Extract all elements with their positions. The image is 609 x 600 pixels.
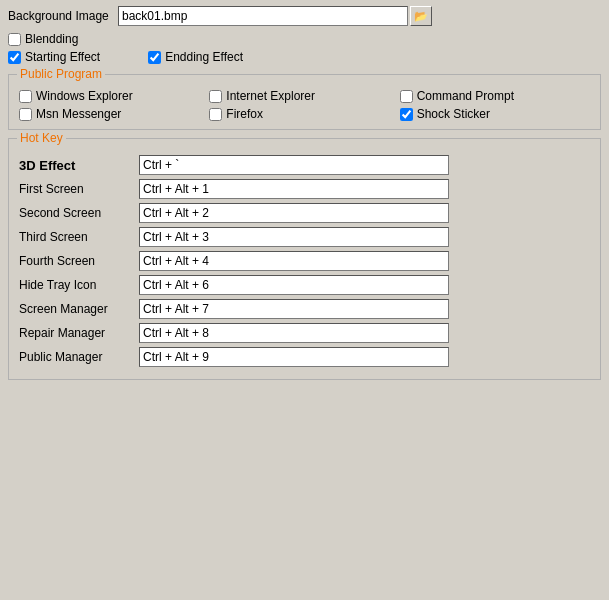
hotkey-label-screen-manager: Screen Manager	[19, 302, 139, 316]
hotkey-row-screen-manager: Screen Manager	[19, 299, 590, 319]
endding-effect-label: Endding Effect	[165, 50, 243, 64]
hotkey-section: Hot Key 3D Effect First Screen Second Sc…	[8, 138, 601, 380]
hotkey-row-second-screen: Second Screen	[19, 203, 590, 223]
msn-messenger-checkbox[interactable]	[19, 108, 32, 121]
hotkey-label-first-screen: First Screen	[19, 182, 139, 196]
windows-explorer-label: Windows Explorer	[36, 89, 133, 103]
hotkey-input-first-screen[interactable]	[139, 179, 449, 199]
internet-explorer-label: Internet Explorer	[226, 89, 315, 103]
starting-effect-item: Starting Effect	[8, 50, 100, 64]
msn-messenger-label: Msn Messenger	[36, 107, 121, 121]
hotkey-row-fourth-screen: Fourth Screen	[19, 251, 590, 271]
command-prompt-checkbox[interactable]	[400, 90, 413, 103]
msn-messenger-item: Msn Messenger	[19, 107, 191, 121]
blendding-checkbox[interactable]	[8, 33, 21, 46]
hotkey-input-public-manager[interactable]	[139, 347, 449, 367]
hotkey-row-3deffect: 3D Effect	[19, 155, 590, 175]
background-image-input[interactable]	[118, 6, 408, 26]
public-program-section: Public Program Windows Explorer Internet…	[8, 74, 601, 130]
hotkey-row-third-screen: Third Screen	[19, 227, 590, 247]
windows-explorer-item: Windows Explorer	[19, 89, 191, 103]
browse-button[interactable]: 📂	[410, 6, 432, 26]
endding-effect-item: Endding Effect	[148, 50, 243, 64]
program-grid: Windows Explorer Internet Explorer Comma…	[19, 89, 590, 121]
hotkey-label-public-manager: Public Manager	[19, 350, 139, 364]
internet-explorer-item: Internet Explorer	[209, 89, 381, 103]
command-prompt-label: Command Prompt	[417, 89, 514, 103]
hotkey-row-public-manager: Public Manager	[19, 347, 590, 367]
hotkey-label-fourth-screen: Fourth Screen	[19, 254, 139, 268]
windows-explorer-checkbox[interactable]	[19, 90, 32, 103]
blendding-label: Blendding	[25, 32, 78, 46]
hotkey-input-hide-tray[interactable]	[139, 275, 449, 295]
blendding-checkbox-item: Blendding	[8, 32, 78, 46]
hotkey-input-second-screen[interactable]	[139, 203, 449, 223]
command-prompt-item: Command Prompt	[400, 89, 572, 103]
hotkey-row-repair-manager: Repair Manager	[19, 323, 590, 343]
endding-effect-checkbox[interactable]	[148, 51, 161, 64]
hotkey-label-hide-tray: Hide Tray Icon	[19, 278, 139, 292]
hotkey-label-repair-manager: Repair Manager	[19, 326, 139, 340]
hotkey-title: Hot Key	[17, 131, 66, 145]
hotkey-row-first-screen: First Screen	[19, 179, 590, 199]
hotkey-label-3deffect: 3D Effect	[19, 158, 139, 173]
shock-sticker-item: Shock Sticker	[400, 107, 572, 121]
hotkey-input-third-screen[interactable]	[139, 227, 449, 247]
internet-explorer-checkbox[interactable]	[209, 90, 222, 103]
background-image-label: Background Image	[8, 9, 118, 23]
firefox-label: Firefox	[226, 107, 263, 121]
shock-sticker-label: Shock Sticker	[417, 107, 490, 121]
hotkey-rows: 3D Effect First Screen Second Screen Thi…	[19, 155, 590, 367]
hotkey-label-second-screen: Second Screen	[19, 206, 139, 220]
hotkey-input-repair-manager[interactable]	[139, 323, 449, 343]
public-program-title: Public Program	[17, 67, 105, 81]
hotkey-label-third-screen: Third Screen	[19, 230, 139, 244]
starting-effect-label: Starting Effect	[25, 50, 100, 64]
firefox-checkbox[interactable]	[209, 108, 222, 121]
hotkey-input-fourth-screen[interactable]	[139, 251, 449, 271]
hotkey-row-hide-tray: Hide Tray Icon	[19, 275, 590, 295]
hotkey-input-screen-manager[interactable]	[139, 299, 449, 319]
starting-effect-checkbox[interactable]	[8, 51, 21, 64]
hotkey-input-3deffect[interactable]	[139, 155, 449, 175]
shock-sticker-checkbox[interactable]	[400, 108, 413, 121]
firefox-item: Firefox	[209, 107, 381, 121]
